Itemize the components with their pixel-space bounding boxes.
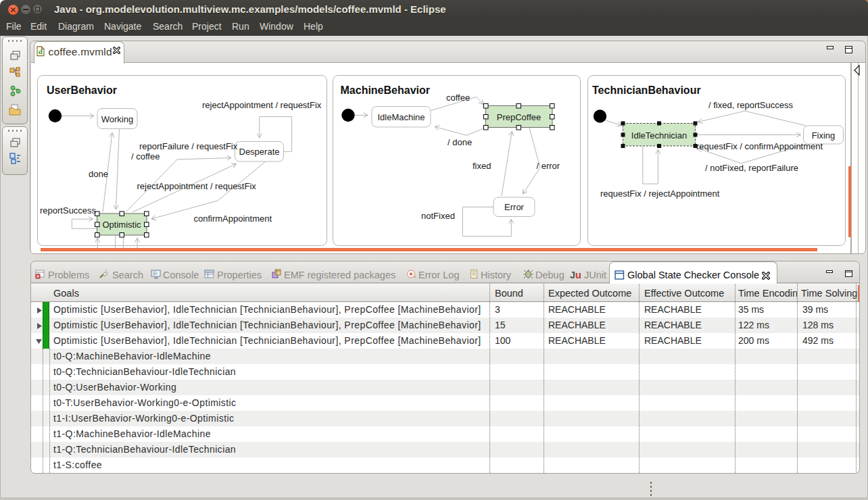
svg-text:d: d xyxy=(39,47,43,55)
svg-text:/ coffee: / coffee xyxy=(131,151,160,161)
svg-text:Error: Error xyxy=(504,202,525,212)
svg-text:confirmAppointment: confirmAppointment xyxy=(194,214,272,224)
svg-text:Working: Working xyxy=(101,114,133,124)
svg-text:UserBehavior: UserBehavior xyxy=(47,84,117,96)
svg-text:/ fixed, reportSuccess: / fixed, reportSuccess xyxy=(708,100,793,110)
svg-text:reportFailure / requestFix: reportFailure / requestFix xyxy=(139,141,238,151)
svg-text:notFixed: notFixed xyxy=(421,211,455,221)
svg-text:IdleTechnician: IdleTechnician xyxy=(631,130,687,141)
svg-text:Fixing: Fixing xyxy=(812,130,836,141)
svg-text:requestFix / rejectAppointment: requestFix / rejectAppointment xyxy=(600,189,720,199)
svg-text:Optimistic: Optimistic xyxy=(102,220,141,230)
svg-text:PrepCoffee: PrepCoffee xyxy=(497,112,541,122)
svg-text:requestFix / confirmAppointmen: requestFix / confirmAppointment xyxy=(696,141,823,151)
svg-text:IdleMachine: IdleMachine xyxy=(377,112,425,122)
svg-text:rejectAppointment / requestFix: rejectAppointment / requestFix xyxy=(202,100,322,110)
svg-text:TechnicianBehaviour: TechnicianBehaviour xyxy=(592,84,701,96)
svg-text:/ error: / error xyxy=(537,161,560,171)
svg-text:reportSuccess: reportSuccess xyxy=(40,205,97,216)
svg-text:/ notFixed, reportFailure: / notFixed, reportFailure xyxy=(705,163,798,173)
svg-text:MachineBehavior: MachineBehavior xyxy=(341,84,430,96)
svg-text:done: done xyxy=(89,169,108,179)
svg-text:coffee: coffee xyxy=(446,93,470,103)
svg-text:fixed: fixed xyxy=(473,161,491,171)
svg-text:rejectAppointment / requestFix: rejectAppointment / requestFix xyxy=(137,181,257,191)
svg-text:/ done: / done xyxy=(448,137,472,147)
svg-text:Desperate: Desperate xyxy=(239,147,280,157)
